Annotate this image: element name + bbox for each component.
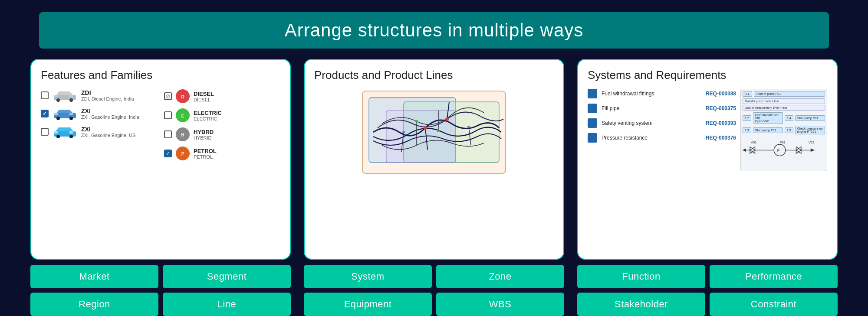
fuel-name-diesel: DIESEL — [194, 91, 214, 97]
systems-column: Systems and Requirements Fuel withdrawal… — [577, 59, 838, 316]
features-card-title: Features and Families — [41, 68, 280, 82]
svg-text:P: P — [181, 152, 184, 156]
fuel-icon-hybrid: H — [175, 127, 190, 142]
features-content: ZDI ZDI, Diesel Engine, India — [41, 89, 280, 161]
header-banner: Arrange structures in multiple ways — [39, 12, 829, 49]
svg-text:D: D — [181, 94, 184, 99]
system-flow-diagram: 1.1 Start of pump P01 Transfer pump mode… — [740, 89, 827, 171]
svg-rect-4 — [69, 95, 73, 97]
svg-marker-42 — [750, 147, 755, 153]
req-icon-2 — [588, 104, 597, 113]
req-item-text-4: Pressure resistance — [602, 135, 701, 141]
products-card-title: Products and Product Lines — [314, 68, 554, 82]
fuel-list: D DIESEL DIESEL E — [164, 89, 280, 161]
systems-card-title: Systems and Requirements — [588, 68, 827, 82]
tag-line[interactable]: Line — [163, 293, 291, 316]
checkbox-diesel[interactable] — [164, 92, 172, 100]
list-item: Safety venting system REQ-000393 — [588, 118, 736, 128]
tag-equipment[interactable]: Equipment — [304, 293, 432, 316]
tag-performance[interactable]: Performance — [710, 265, 838, 288]
svg-text:H: H — [181, 133, 184, 137]
list-item: H HYBRD HYBRID — [164, 127, 280, 142]
svg-point-12 — [69, 135, 73, 138]
products-content — [314, 89, 554, 176]
svg-point-34 — [445, 117, 449, 121]
list-item: Pressure resistance REQ-000376 — [588, 133, 736, 143]
variant-list: ZDI ZDI, Diesel Engine, India — [41, 89, 157, 161]
req-item-text-1: Fuel withdrawal fittings — [602, 91, 701, 97]
tag-constraint[interactable]: Constraint — [710, 293, 838, 316]
variant-text-zxi1: ZXI ZXI, Gasoline Engine, India — [81, 108, 139, 120]
tag-segment[interactable]: Segment — [163, 265, 291, 288]
svg-text:P: P — [777, 148, 780, 153]
svg-text:E: E — [181, 114, 184, 118]
checkbox-zxi1[interactable] — [41, 110, 49, 117]
variant-name-zxi1: ZXI — [81, 108, 139, 114]
features-card: Features and Families — [30, 59, 291, 260]
svg-point-33 — [424, 126, 427, 130]
features-tags: Market Segment Region Line — [30, 265, 291, 316]
svg-marker-50 — [796, 147, 801, 153]
checkbox-petrol[interactable] — [164, 150, 172, 157]
pump-schematic-svg: V01 P01 V02 P — [743, 138, 825, 168]
req-code-4: REQ-000376 — [706, 135, 736, 141]
products-column: Products and Product Lines — [304, 59, 564, 316]
list-item: D DIESEL DIESEL — [164, 89, 280, 104]
list-item: P PETROL PETROL — [164, 146, 280, 161]
requirements-list: Fuel withdrawal fittings REQ-000388 Fill… — [588, 89, 736, 171]
svg-rect-14 — [69, 131, 73, 134]
fuel-icon-petrol: P — [175, 146, 190, 161]
checkbox-hybrid[interactable] — [164, 130, 172, 138]
req-item-text-3: Safety venting system — [602, 120, 701, 126]
svg-marker-51 — [796, 147, 801, 153]
fuel-name-hybrid: HYBRD — [194, 129, 214, 135]
systems-tags: Function Performance Stakeholder Constra… — [577, 265, 838, 316]
svg-point-36 — [467, 126, 470, 128]
car-icon-zxi1 — [53, 107, 77, 120]
list-item: Fuel withdrawal fittings REQ-000388 — [588, 89, 736, 98]
tag-wbs[interactable]: WBS — [436, 293, 564, 316]
tag-market[interactable]: Market — [30, 265, 158, 288]
list-item: Fill pipe REQ-000375 — [588, 104, 736, 113]
svg-rect-13 — [54, 131, 58, 134]
products-tags: System Zone Equipment WBS — [304, 265, 564, 316]
fuel-sub-hybrid: HYBRID — [194, 135, 214, 140]
req-icon-4 — [588, 133, 597, 143]
variant-name-zdi: ZDI — [81, 89, 134, 96]
tag-zone[interactable]: Zone — [436, 265, 564, 288]
variant-name-zxi2: ZXI — [81, 126, 135, 133]
tag-function[interactable]: Function — [577, 265, 705, 288]
svg-text:V02: V02 — [809, 140, 815, 144]
svg-point-2 — [69, 98, 73, 102]
req-code-3: REQ-000393 — [706, 120, 736, 126]
systems-card: Systems and Requirements Fuel withdrawal… — [577, 59, 838, 260]
tag-region[interactable]: Region — [30, 293, 158, 316]
fuel-sub-petrol: PETROL — [194, 154, 217, 160]
tag-stakeholder[interactable]: Stakeholder — [577, 293, 705, 316]
svg-text:P01: P01 — [780, 140, 786, 144]
checkbox-electric[interactable] — [164, 111, 172, 119]
page-title: Arrange structures in multiple ways — [56, 20, 812, 41]
req-icon-1 — [588, 89, 597, 98]
wiring-diagram — [314, 89, 554, 176]
svg-point-1 — [56, 98, 60, 102]
svg-marker-55 — [743, 149, 746, 152]
fuel-text-electric: ELECTRIC ELECTRIC — [194, 110, 222, 121]
list-item: E ELECTRIC ELECTRIC — [164, 108, 280, 123]
svg-marker-53 — [811, 149, 815, 152]
svg-point-6 — [56, 117, 60, 120]
req-item-text-2: Fill pipe — [602, 105, 701, 111]
checkbox-zdi[interactable] — [41, 91, 49, 99]
features-column: Features and Families — [30, 59, 291, 316]
variant-desc-zdi: ZDI, Diesel Engine, India — [81, 96, 134, 101]
checkbox-zxi2[interactable] — [41, 128, 49, 136]
list-item: ZDI ZDI, Diesel Engine, India — [41, 89, 157, 102]
tag-system[interactable]: System — [304, 265, 432, 288]
car-icon-zdi — [53, 89, 77, 102]
car-icon-zxi2 — [53, 125, 77, 138]
variant-text-zxi2: ZXI ZXI, Gasoline Engine, US — [81, 126, 135, 138]
svg-point-11 — [56, 135, 60, 138]
variant-desc-zxi1: ZXI, Gasoline Engine, India — [81, 114, 139, 120]
svg-text:V01: V01 — [751, 140, 757, 144]
fuel-text-diesel: DIESEL DIESEL — [194, 91, 214, 102]
